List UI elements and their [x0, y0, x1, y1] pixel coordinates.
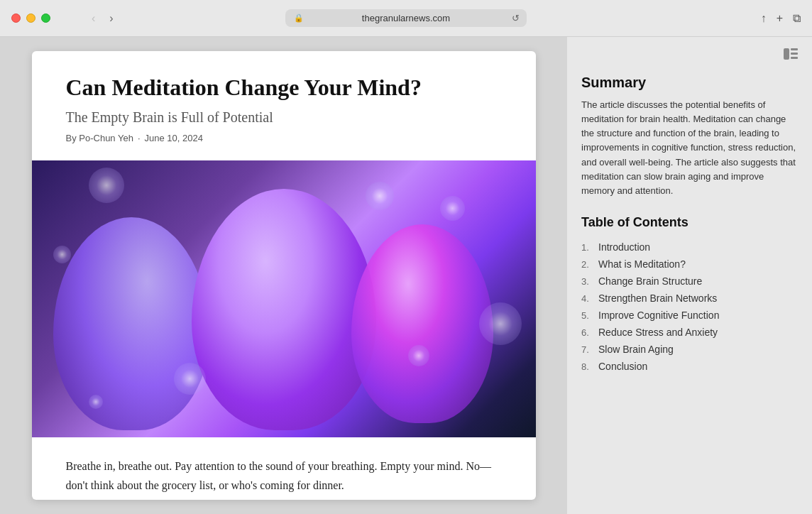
svg-rect-3 [791, 57, 798, 59]
article-byline: By Po-Chun Yeh · June 10, 2024 [66, 133, 502, 143]
byline-text: By Po-Chun Yeh [66, 133, 133, 143]
toc-link-1: Introduction [598, 241, 650, 253]
orb-7 [89, 395, 103, 409]
toc-number-7: 7. [581, 344, 594, 355]
summary-section: Summary The article discusses the potent… [581, 75, 798, 198]
orb-5 [479, 302, 522, 345]
sidebar-toggle-button[interactable] [784, 48, 798, 63]
toc-item-3[interactable]: 3. Change Brain Structure [581, 273, 798, 290]
byline-separator: · [138, 133, 141, 143]
toc-link-4: Strengthen Brain Networks [598, 292, 717, 304]
article-body: Breathe in, breathe out. Pay attention t… [32, 437, 536, 500]
toc-link-7: Slow Brain Aging [598, 344, 674, 355]
svg-rect-1 [791, 48, 798, 50]
nav-buttons: ‹ › [86, 9, 119, 28]
toc-link-3: Change Brain Structure [598, 275, 702, 287]
head-main-shape [192, 189, 376, 430]
orb-4 [53, 246, 71, 263]
address-bar[interactable]: 🔒 thegranularnews.com ↺ [285, 9, 527, 27]
reload-icon[interactable]: ↺ [512, 13, 520, 23]
toc-item-6[interactable]: 6. Reduce Stress and Anxiety [581, 324, 798, 341]
newtab-icon[interactable]: + [777, 12, 783, 25]
orb-2 [440, 196, 465, 221]
svg-rect-0 [784, 48, 789, 60]
back-button[interactable]: ‹ [86, 9, 101, 28]
close-button[interactable] [11, 13, 21, 23]
titlebar-center: 🔒 thegranularnews.com ↺ [285, 9, 527, 27]
sidebar-panel: Summary The article discusses the potent… [567, 37, 812, 514]
orb-3 [174, 363, 206, 395]
toc-link-8: Conclusion [598, 361, 647, 372]
summary-title: Summary [581, 75, 798, 91]
browser-content: Can Meditation Change Your Mind? The Emp… [0, 37, 812, 514]
article-panel: Can Meditation Change Your Mind? The Emp… [0, 37, 567, 514]
toc-title: Table of Contents [581, 215, 798, 230]
summary-text: The article discusses the potential bene… [581, 98, 798, 198]
toc-number-6: 6. [581, 327, 594, 338]
traffic-lights [11, 13, 50, 23]
article-card: Can Meditation Change Your Mind? The Emp… [32, 51, 536, 500]
toc-item-2[interactable]: 2. What is Meditation? [581, 256, 798, 273]
titlebar-right: ↑ + ⧉ [761, 12, 801, 25]
article-date: June 10, 2024 [145, 133, 203, 143]
toc-number-5: 5. [581, 310, 594, 321]
toc-number-8: 8. [581, 361, 594, 372]
article-subtitle: The Empty Brain is Full of Potential [66, 109, 502, 126]
article-header: Can Meditation Change Your Mind? The Emp… [32, 51, 536, 160]
titlebar: ‹ › 🔒 thegranularnews.com ↺ ↑ + ⧉ [0, 0, 812, 37]
toc-item-4[interactable]: 4. Strengthen Brain Networks [581, 290, 798, 307]
toc-number-3: 3. [581, 276, 594, 287]
toc-item-5[interactable]: 5. Improve Cognitive Function [581, 307, 798, 324]
toc-number-1: 1. [581, 242, 594, 253]
toc-item-1[interactable]: 1. Introduction [581, 239, 798, 256]
sidebar-toggle-area [581, 48, 798, 63]
maximize-button[interactable] [41, 13, 50, 23]
toc-item-8[interactable]: 8. Conclusion [581, 358, 798, 375]
svg-rect-2 [791, 53, 798, 55]
toc-number-4: 4. [581, 293, 594, 304]
share-icon[interactable]: ↑ [761, 12, 767, 25]
minimize-button[interactable] [26, 13, 35, 23]
toc-item-7[interactable]: 7. Slow Brain Aging [581, 341, 798, 358]
article-title: Can Meditation Change Your Mind? [66, 74, 502, 101]
sidebar-toggle-icon [784, 48, 798, 60]
url-text: thegranularnews.com [362, 13, 450, 23]
head-left-shape [53, 217, 209, 430]
orb-1 [89, 168, 124, 203]
article-body-text: Breathe in, breathe out. Pay attention t… [66, 457, 502, 495]
forward-button[interactable]: › [104, 9, 119, 28]
toc-number-2: 2. [581, 259, 594, 270]
toc-link-6: Reduce Stress and Anxiety [598, 327, 718, 338]
orb-8 [366, 182, 394, 210]
toc-link-2: What is Meditation? [598, 258, 686, 270]
lock-icon: 🔒 [294, 13, 304, 23]
toc-link-5: Improve Cognitive Function [598, 310, 719, 321]
head-right-shape [351, 224, 493, 423]
orb-6 [408, 345, 429, 366]
article-hero-image [32, 160, 536, 437]
tabs-icon[interactable]: ⧉ [793, 12, 801, 25]
toc-list: 1. Introduction 2. What is Meditation? 3… [581, 239, 798, 375]
toc-section: Table of Contents 1. Introduction 2. Wha… [581, 215, 798, 375]
